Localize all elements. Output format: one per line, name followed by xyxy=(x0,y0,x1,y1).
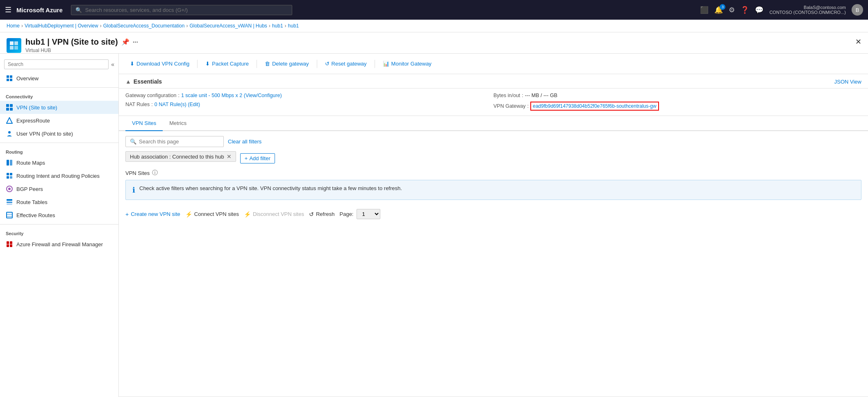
svg-rect-6 xyxy=(7,79,9,81)
notifications-icon[interactable]: 🔔 3 xyxy=(714,6,723,14)
sidebar-item-routetables[interactable]: Route Tables xyxy=(0,195,118,209)
connect-vpn-sites-button[interactable]: ⚡ Connect VPN sites xyxy=(185,211,239,218)
svg-rect-8 xyxy=(6,104,9,107)
connectivity-section-label: Connectivity xyxy=(0,90,118,101)
packet-capture-button[interactable]: ⬇ Packet Capture xyxy=(201,58,253,70)
info-banner: ℹ Check active filters when searching fo… xyxy=(125,180,861,200)
svg-rect-24 xyxy=(7,204,12,205)
clear-all-filters-button[interactable]: Clear all filters xyxy=(228,138,261,145)
svg-rect-19 xyxy=(10,176,12,179)
sidebar-search-input[interactable] xyxy=(4,59,109,69)
gateway-config-value[interactable]: 1 scale unit - 500 Mbps x 2 (View/Config… xyxy=(181,93,282,98)
more-icon[interactable]: ··· xyxy=(133,39,138,46)
sidebar-expressroute-label: ExpressRoute xyxy=(16,118,50,124)
sidebar-item-expressroute[interactable]: ExpressRoute xyxy=(0,114,118,127)
toolbar-sep-4 xyxy=(375,60,375,68)
refresh-button[interactable]: ↺ Refresh xyxy=(309,211,335,218)
filter-tag-close-icon[interactable]: ✕ xyxy=(227,153,232,160)
pin-icon[interactable]: 📌 xyxy=(121,38,130,46)
filter-tag-text: Hub association : Connected to this hub xyxy=(130,154,224,160)
feedback-icon[interactable]: 💬 xyxy=(755,6,763,14)
security-section-label: Security xyxy=(0,227,118,238)
svg-rect-10 xyxy=(6,108,9,111)
essentials-right-col: Bytes in/out : --- MB / --- GB VPN Gatew… xyxy=(493,93,861,111)
global-search-input[interactable] xyxy=(85,7,288,13)
svg-rect-7 xyxy=(10,79,12,81)
sidebar-routetables-label: Route Tables xyxy=(16,199,48,205)
expressroute-icon xyxy=(6,117,13,124)
sidebar-item-firewall[interactable]: Azure Firewall and Firewall Manager xyxy=(0,238,118,251)
breadcrumb-vwan[interactable]: GlobalSecureAccess_vWAN | Hubs xyxy=(189,23,267,29)
hamburger-icon[interactable]: ☰ xyxy=(5,5,11,14)
settings-icon[interactable]: ⚙ xyxy=(729,6,735,14)
sidebar-collapse-icon[interactable]: « xyxy=(111,61,114,68)
tab-vpn-sites[interactable]: VPN Sites xyxy=(125,116,163,131)
toolbar-sep-1 xyxy=(197,60,198,68)
page-select[interactable]: 1 2 xyxy=(357,209,380,219)
tab-metrics[interactable]: Metrics xyxy=(163,116,193,131)
create-vpn-site-button[interactable]: + Create new VPN site xyxy=(125,211,180,218)
svg-rect-18 xyxy=(7,176,9,179)
page-title-block: hub1 | VPN (Site to site) 📌 ··· Virtual … xyxy=(25,37,852,53)
sidebar-uservpn-label: User VPN (Point to site) xyxy=(16,131,73,137)
brand-label: Microsoft Azure xyxy=(16,7,63,14)
json-view-link[interactable]: JSON View xyxy=(834,79,861,85)
page-row: Page: 1 2 xyxy=(340,209,381,219)
gateway-config-row: Gateway configuration : 1 scale unit - 5… xyxy=(125,93,493,98)
breadcrumb-hub1-1[interactable]: hub1 xyxy=(272,23,283,29)
avatar[interactable]: B xyxy=(852,4,863,16)
sidebar-firewall-label: Azure Firewall and Firewall Manager xyxy=(16,241,103,247)
delete-gateway-button[interactable]: 🗑 Delete gateway xyxy=(260,58,314,70)
refresh-label: Refresh xyxy=(316,211,335,217)
close-button[interactable]: ✕ xyxy=(855,37,861,46)
sidebar-effectiveroutes-label: Effective Routes xyxy=(16,212,55,218)
vpn-sites-info-icon[interactable]: ⓘ xyxy=(152,169,158,177)
nat-rules-label: NAT Rules xyxy=(125,102,150,107)
svg-rect-9 xyxy=(10,104,13,107)
topbar-icons: ⬛ 🔔 3 ⚙ ❓ 💬 BalaS@contoso.com CONTOSO (C… xyxy=(700,4,863,16)
essentials-header: ▲ Essentials JSON View xyxy=(119,74,868,88)
svg-rect-23 xyxy=(7,202,12,203)
sidebar-item-vpn[interactable]: VPN (Site to site) xyxy=(0,101,118,114)
search-this-page-input[interactable] xyxy=(139,138,219,145)
bytes-inout-row: Bytes in/out : --- MB / --- GB xyxy=(493,93,861,98)
download-vpn-config-button[interactable]: ⬇ Download VPN Config xyxy=(125,58,194,70)
page-subtitle: Virtual HUB xyxy=(25,48,852,53)
essentials-left-col: Gateway configuration : 1 scale unit - 5… xyxy=(125,93,493,111)
add-filter-button[interactable]: + Add filter xyxy=(240,153,275,163)
cloud-shell-icon[interactable]: ⬛ xyxy=(700,6,709,14)
breadcrumb-globalsecure[interactable]: GlobalSecureAccess_Documentation xyxy=(103,23,185,29)
user-info[interactable]: BalaS@contoso.com CONTOSO (CONTOSO.ONMIC… xyxy=(769,5,846,15)
sidebar-item-routing[interactable]: Routing Intent and Routing Policies xyxy=(0,169,118,182)
toolbar: ⬇ Download VPN Config ⬇ Packet Capture 🗑… xyxy=(119,54,868,74)
breadcrumb-hub1-2[interactable]: hub1 xyxy=(288,23,299,29)
divider-security xyxy=(0,224,118,225)
vpn-gateway-value[interactable]: ead9fb9d69f147938d04b52f0e765f6b-southce… xyxy=(530,102,659,111)
breadcrumb-home[interactable]: Home xyxy=(7,23,20,29)
routemaps-icon xyxy=(6,159,13,166)
vpn-icon xyxy=(6,104,13,111)
breadcrumb-sep-0: › xyxy=(21,23,23,29)
bgp-icon xyxy=(6,185,13,193)
monitor-gateway-button[interactable]: 📊 Monitor Gateway xyxy=(378,58,436,70)
sidebar-item-uservpn[interactable]: User VPN (Point to site) xyxy=(0,127,118,140)
nat-rules-value[interactable]: 0 NAT Rule(s) (Edit) xyxy=(155,102,200,107)
sidebar-item-overview[interactable]: Overview xyxy=(0,72,118,85)
routing-section-label: Routing xyxy=(0,145,118,156)
breadcrumb-virtualhub[interactable]: VirtualHubDeployment | Overview xyxy=(25,23,98,29)
uservpn-icon xyxy=(6,130,13,137)
bottom-actions: + Create new VPN site ⚡ Connect VPN site… xyxy=(125,205,861,223)
reset-gateway-button[interactable]: ↺ Reset gateway xyxy=(320,58,371,70)
help-icon[interactable]: ❓ xyxy=(741,6,749,14)
disconnect-vpn-sites-button[interactable]: ⚡ Disconnect VPN sites xyxy=(244,211,304,218)
sidebar-item-bgp[interactable]: BGP Peers xyxy=(0,182,118,195)
sidebar-item-routemaps[interactable]: Route Maps xyxy=(0,156,118,169)
svg-rect-16 xyxy=(7,173,9,175)
search-box[interactable]: 🔍 xyxy=(125,136,224,147)
global-search-box[interactable]: 🔍 xyxy=(71,5,292,15)
vpn-gateway-row: VPN Gateway : ead9fb9d69f147938d04b52f0e… xyxy=(493,102,861,111)
essentials-toggle-icon[interactable]: ▲ xyxy=(125,78,131,85)
toolbar-sep-3 xyxy=(317,60,317,68)
overview-icon xyxy=(6,75,13,82)
sidebar-item-effectiveroutes[interactable]: Effective Routes xyxy=(0,209,118,222)
